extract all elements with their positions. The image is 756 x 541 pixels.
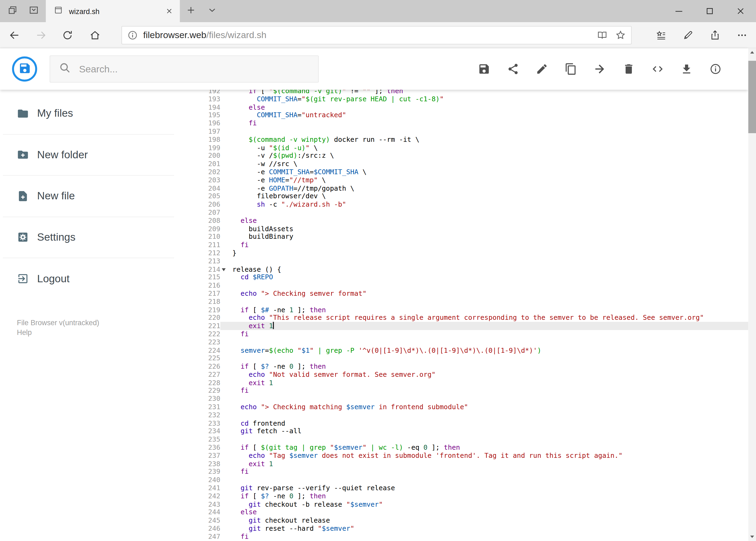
sidebar-item-logout[interactable]: Logout xyxy=(3,258,174,299)
code-line[interactable]: 203 -e HOME="//tmp" \ xyxy=(193,176,748,184)
code-line[interactable]: 207 xyxy=(193,209,748,217)
code-line[interactable]: 219 if [ $# -ne 1 ]; then xyxy=(193,306,748,314)
code-line[interactable]: 198 $(command -v winpty) docker run --rm… xyxy=(193,136,748,144)
code-editor[interactable]: 192 if [ "$(command -v git)" != "" ]; th… xyxy=(193,90,748,541)
save-button[interactable] xyxy=(478,63,490,75)
sidebar-item-new-file[interactable]: New file xyxy=(3,176,174,217)
code-line[interactable]: 208 else xyxy=(193,217,748,225)
home-button[interactable] xyxy=(89,29,101,41)
sidebar-item-my-files[interactable]: My files xyxy=(3,93,174,135)
code-line[interactable]: 231 echo "> Checking matching $semver in… xyxy=(193,403,748,411)
code-line[interactable]: 196 fi xyxy=(193,119,748,128)
code-line[interactable]: 197 xyxy=(193,128,748,136)
code-line[interactable]: 224 semver=$(echo "$1" | grep -P '^v(0|[… xyxy=(193,346,748,354)
tab-close-button[interactable] xyxy=(164,6,174,16)
code-line[interactable]: 233 cd frontend xyxy=(193,419,748,427)
web-note-pen-button[interactable] xyxy=(682,29,694,41)
favorite-star-icon[interactable] xyxy=(615,29,627,41)
minimize-button[interactable] xyxy=(663,0,694,22)
code-line[interactable]: 235 xyxy=(193,435,748,443)
code-line[interactable]: 222 fi xyxy=(193,330,748,338)
copy-button[interactable] xyxy=(565,63,577,75)
code-line[interactable]: 192 if [ "$(command -v git)" != "" ]; th… xyxy=(193,90,748,95)
move-button[interactable] xyxy=(594,63,606,75)
code-line[interactable]: 237 echo "Tag $semver does not exist in … xyxy=(193,452,748,460)
code-line[interactable]: 240 xyxy=(193,476,748,484)
download-button[interactable] xyxy=(680,63,693,75)
code-line[interactable]: 238 exit 1 xyxy=(193,460,748,468)
code-line[interactable]: 223 xyxy=(193,338,748,346)
code-line[interactable]: 220 echo "This release script requires a… xyxy=(193,314,748,322)
url-text[interactable]: filebrowser.web/files/wizard.sh xyxy=(143,30,597,41)
code-line[interactable]: 212} xyxy=(193,249,748,257)
code-line[interactable]: 221 exit 1 xyxy=(193,322,748,330)
code-line[interactable]: 244 else xyxy=(193,508,748,516)
code-line[interactable]: 225 xyxy=(193,354,748,362)
code-line[interactable]: 215 cd $REPO xyxy=(193,273,748,281)
help-link[interactable]: Help xyxy=(17,327,99,337)
code-line[interactable]: 216 xyxy=(193,281,748,289)
code-line[interactable]: 201 -w //src \ xyxy=(193,160,748,168)
code-line[interactable]: 228 exit 1 xyxy=(193,379,748,387)
editor-mode-button[interactable] xyxy=(651,63,664,75)
code-line[interactable]: 246 git reset --hard "$semver" xyxy=(193,525,748,533)
scrollbar-thumb[interactable] xyxy=(748,61,756,133)
code-line[interactable]: 236 if [ $(git tag | grep "$semver" | wc… xyxy=(193,443,748,452)
share-button-file[interactable] xyxy=(507,63,519,75)
code-line[interactable]: 232 xyxy=(193,411,748,419)
reading-view-icon[interactable] xyxy=(597,29,608,41)
sidebar-item-new-folder[interactable]: New folder xyxy=(3,135,174,176)
code-line[interactable]: 211 fi xyxy=(193,241,748,249)
code-line[interactable]: 243 git checkout -b release "$semver" xyxy=(193,500,748,508)
code-line[interactable]: 206 sh -c "./wizard.sh -b" xyxy=(193,201,748,209)
search-input[interactable] xyxy=(78,63,309,75)
delete-button[interactable] xyxy=(623,63,635,75)
forward-button[interactable] xyxy=(35,29,47,41)
back-button[interactable] xyxy=(9,29,20,41)
fold-arrow-icon[interactable] xyxy=(220,265,227,273)
info-button[interactable] xyxy=(709,63,722,75)
tab-list-button[interactable] xyxy=(206,5,218,17)
code-line[interactable]: 242 if [ $? -ne 0 ]; then xyxy=(193,492,748,500)
code-line[interactable]: 200 -v /$(pwd):/src:z \ xyxy=(193,152,748,160)
more-options-button[interactable] xyxy=(736,29,748,41)
scrollbar[interactable] xyxy=(748,48,756,541)
code-line[interactable]: 214release () { xyxy=(193,265,748,273)
filebrowser-logo[interactable] xyxy=(12,56,37,82)
search-box[interactable] xyxy=(50,55,319,82)
share-button[interactable] xyxy=(709,29,721,41)
close-button[interactable] xyxy=(725,0,756,22)
code-line[interactable]: 239 fi xyxy=(193,468,748,476)
maximize-button[interactable] xyxy=(694,0,725,22)
code-line[interactable]: 213 xyxy=(193,257,748,265)
code-line[interactable]: 204 -e GOPATH=//tmp/gopath \ xyxy=(193,184,748,192)
tab-wizard-sh[interactable]: wizard.sh xyxy=(46,0,180,22)
code-line[interactable]: 194 else xyxy=(193,103,748,111)
code-line[interactable]: 199 -u "$(id -u)" \ xyxy=(193,144,748,152)
code-line[interactable]: 209 buildAssets xyxy=(193,225,748,233)
tab-preview-button[interactable] xyxy=(28,5,40,17)
refresh-button[interactable] xyxy=(62,29,74,41)
code-line[interactable]: 229 fi xyxy=(193,387,748,395)
code-line[interactable]: 210 buildBinary xyxy=(193,233,748,241)
scroll-down-arrow[interactable] xyxy=(748,533,756,541)
code-line[interactable]: 234 git fetch --all xyxy=(193,427,748,435)
code-line[interactable]: 247 fi xyxy=(193,533,748,541)
sidebar-item-settings[interactable]: Settings xyxy=(3,217,174,258)
address-bar[interactable]: filebrowser.web/files/wizard.sh xyxy=(122,26,631,44)
code-line[interactable]: 202 -e COMMIT_SHA=$COMMIT_SHA \ xyxy=(193,168,748,176)
site-info-icon[interactable] xyxy=(127,29,138,41)
code-line[interactable]: 241 git rev-parse --verify --quiet relea… xyxy=(193,484,748,492)
hub-favorites-button[interactable] xyxy=(655,29,667,41)
code-line[interactable]: 193 COMMIT_SHA="$(git rev-parse HEAD | c… xyxy=(193,95,748,103)
rename-button[interactable] xyxy=(536,63,548,75)
code-line[interactable]: 230 xyxy=(193,395,748,403)
tab-actions-button[interactable] xyxy=(7,5,18,17)
code-line[interactable]: 227 echo "Not valid semver format. See s… xyxy=(193,370,748,379)
code-line[interactable]: 195 COMMIT_SHA="untracked" xyxy=(193,111,748,119)
code-line[interactable]: 218 xyxy=(193,297,748,306)
code-line[interactable]: 245 git checkout release xyxy=(193,516,748,525)
new-tab-button[interactable] xyxy=(185,5,197,17)
code-line[interactable]: 217 echo "> Checking semver format" xyxy=(193,289,748,297)
code-line[interactable]: 226 if [ $? -ne 0 ]; then xyxy=(193,362,748,370)
